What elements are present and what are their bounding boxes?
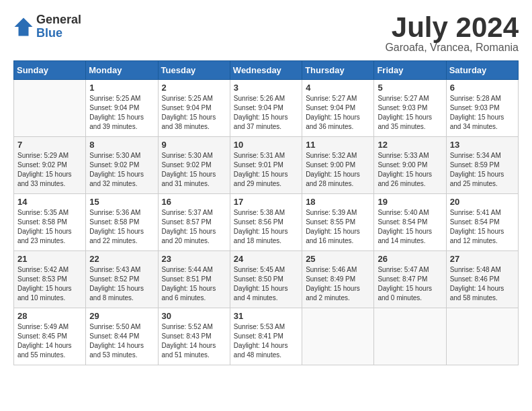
calendar-week-4: 21Sunrise: 5:42 AM Sunset: 8:53 PM Dayli… (14, 251, 519, 308)
calendar-cell: 21Sunrise: 5:42 AM Sunset: 8:53 PM Dayli… (14, 251, 86, 308)
calendar-cell: 26Sunrise: 5:47 AM Sunset: 8:47 PM Dayli… (374, 251, 446, 308)
day-number: 9 (162, 140, 226, 150)
col-header-sunday: Sunday (14, 61, 86, 80)
day-info: Sunrise: 5:27 AM Sunset: 9:04 PM Dayligh… (306, 94, 370, 132)
calendar-cell: 19Sunrise: 5:40 AM Sunset: 8:54 PM Dayli… (374, 194, 446, 251)
day-info: Sunrise: 5:35 AM Sunset: 8:58 PM Dayligh… (17, 208, 82, 246)
page-header: General Blue July 2024 Garoafa, Vrancea,… (13, 13, 519, 54)
day-number: 14 (17, 197, 82, 207)
day-info: Sunrise: 5:33 AM Sunset: 9:00 PM Dayligh… (378, 151, 442, 189)
day-number: 17 (234, 197, 298, 207)
day-info: Sunrise: 5:50 AM Sunset: 8:44 PM Dayligh… (89, 322, 154, 360)
day-info: Sunrise: 5:25 AM Sunset: 9:04 PM Dayligh… (162, 94, 226, 132)
day-info: Sunrise: 5:53 AM Sunset: 8:41 PM Dayligh… (234, 322, 298, 360)
calendar-cell: 7Sunrise: 5:29 AM Sunset: 9:02 PM Daylig… (14, 137, 86, 194)
calendar-week-5: 28Sunrise: 5:49 AM Sunset: 8:45 PM Dayli… (14, 308, 519, 365)
day-info: Sunrise: 5:39 AM Sunset: 8:55 PM Dayligh… (306, 208, 370, 246)
day-number: 6 (450, 83, 515, 93)
day-info: Sunrise: 5:27 AM Sunset: 9:03 PM Dayligh… (378, 94, 442, 132)
calendar-cell: 24Sunrise: 5:45 AM Sunset: 8:50 PM Dayli… (230, 251, 302, 308)
day-number: 25 (306, 254, 370, 264)
calendar-cell: 11Sunrise: 5:32 AM Sunset: 9:00 PM Dayli… (302, 137, 374, 194)
day-number: 23 (162, 254, 226, 264)
calendar-cell: 27Sunrise: 5:48 AM Sunset: 8:46 PM Dayli… (446, 251, 518, 308)
day-number: 27 (450, 254, 515, 264)
day-info: Sunrise: 5:31 AM Sunset: 9:01 PM Dayligh… (234, 151, 298, 189)
calendar-table: SundayMondayTuesdayWednesdayThursdayFrid… (13, 60, 519, 365)
day-number: 7 (17, 140, 82, 150)
calendar-cell: 8Sunrise: 5:30 AM Sunset: 9:02 PM Daylig… (86, 137, 158, 194)
col-header-saturday: Saturday (446, 61, 518, 80)
calendar-cell: 3Sunrise: 5:26 AM Sunset: 9:04 PM Daylig… (230, 80, 302, 137)
header-row: SundayMondayTuesdayWednesdayThursdayFrid… (14, 61, 519, 80)
calendar-cell: 10Sunrise: 5:31 AM Sunset: 9:01 PM Dayli… (230, 137, 302, 194)
calendar-cell (374, 308, 446, 365)
col-header-thursday: Thursday (302, 61, 374, 80)
day-info: Sunrise: 5:49 AM Sunset: 8:45 PM Dayligh… (17, 322, 82, 360)
day-number: 15 (89, 197, 154, 207)
day-number: 24 (234, 254, 298, 264)
day-number: 16 (162, 197, 226, 207)
calendar-week-1: 1Sunrise: 5:25 AM Sunset: 9:04 PM Daylig… (14, 80, 519, 137)
day-number: 29 (89, 311, 154, 321)
calendar-cell: 9Sunrise: 5:30 AM Sunset: 9:02 PM Daylig… (158, 137, 230, 194)
calendar-cell: 22Sunrise: 5:43 AM Sunset: 8:52 PM Dayli… (86, 251, 158, 308)
day-info: Sunrise: 5:28 AM Sunset: 9:03 PM Dayligh… (450, 94, 515, 132)
day-info: Sunrise: 5:37 AM Sunset: 8:57 PM Dayligh… (162, 208, 226, 246)
day-info: Sunrise: 5:43 AM Sunset: 8:52 PM Dayligh… (89, 265, 154, 303)
calendar-cell: 18Sunrise: 5:39 AM Sunset: 8:55 PM Dayli… (302, 194, 374, 251)
col-header-tuesday: Tuesday (158, 61, 230, 80)
day-number: 5 (378, 83, 442, 93)
day-number: 18 (306, 197, 370, 207)
calendar-cell: 17Sunrise: 5:38 AM Sunset: 8:56 PM Dayli… (230, 194, 302, 251)
calendar-cell: 29Sunrise: 5:50 AM Sunset: 8:44 PM Dayli… (86, 308, 158, 365)
day-info: Sunrise: 5:32 AM Sunset: 9:00 PM Dayligh… (306, 151, 370, 189)
calendar-cell: 4Sunrise: 5:27 AM Sunset: 9:04 PM Daylig… (302, 80, 374, 137)
day-info: Sunrise: 5:34 AM Sunset: 8:59 PM Dayligh… (450, 151, 515, 189)
calendar-cell: 5Sunrise: 5:27 AM Sunset: 9:03 PM Daylig… (374, 80, 446, 137)
calendar-cell (302, 308, 374, 365)
svg-marker-0 (15, 17, 33, 36)
calendar-week-2: 7Sunrise: 5:29 AM Sunset: 9:02 PM Daylig… (14, 137, 519, 194)
day-info: Sunrise: 5:46 AM Sunset: 8:49 PM Dayligh… (306, 265, 370, 303)
calendar-cell: 23Sunrise: 5:44 AM Sunset: 8:51 PM Dayli… (158, 251, 230, 308)
calendar-cell: 30Sunrise: 5:52 AM Sunset: 8:43 PM Dayli… (158, 308, 230, 365)
day-info: Sunrise: 5:29 AM Sunset: 9:02 PM Dayligh… (17, 151, 82, 189)
day-info: Sunrise: 5:36 AM Sunset: 8:58 PM Dayligh… (89, 208, 154, 246)
day-info: Sunrise: 5:30 AM Sunset: 9:02 PM Dayligh… (162, 151, 226, 189)
day-number: 30 (162, 311, 226, 321)
calendar-cell: 1Sunrise: 5:25 AM Sunset: 9:04 PM Daylig… (86, 80, 158, 137)
day-info: Sunrise: 5:38 AM Sunset: 8:56 PM Dayligh… (234, 208, 298, 246)
day-info: Sunrise: 5:47 AM Sunset: 8:47 PM Dayligh… (378, 265, 442, 303)
day-number: 3 (234, 83, 298, 93)
col-header-friday: Friday (374, 61, 446, 80)
day-number: 4 (306, 83, 370, 93)
calendar-cell: 20Sunrise: 5:41 AM Sunset: 8:54 PM Dayli… (446, 194, 518, 251)
calendar-cell: 28Sunrise: 5:49 AM Sunset: 8:45 PM Dayli… (14, 308, 86, 365)
day-number: 26 (378, 254, 442, 264)
day-number: 13 (450, 140, 515, 150)
day-number: 2 (162, 83, 226, 93)
day-number: 20 (450, 197, 515, 207)
calendar-header: SundayMondayTuesdayWednesdayThursdayFrid… (14, 61, 519, 80)
day-number: 8 (89, 140, 154, 150)
day-info: Sunrise: 5:48 AM Sunset: 8:46 PM Dayligh… (450, 265, 515, 303)
day-info: Sunrise: 5:30 AM Sunset: 9:02 PM Dayligh… (89, 151, 154, 189)
calendar-cell: 25Sunrise: 5:46 AM Sunset: 8:49 PM Dayli… (302, 251, 374, 308)
day-number: 21 (17, 254, 82, 264)
month-title: July 2024 (385, 13, 519, 42)
calendar-cell: 15Sunrise: 5:36 AM Sunset: 8:58 PM Dayli… (86, 194, 158, 251)
logo: General Blue (13, 13, 81, 40)
calendar-week-3: 14Sunrise: 5:35 AM Sunset: 8:58 PM Dayli… (14, 194, 519, 251)
day-number: 11 (306, 140, 370, 150)
day-info: Sunrise: 5:26 AM Sunset: 9:04 PM Dayligh… (234, 94, 298, 132)
calendar-cell: 31Sunrise: 5:53 AM Sunset: 8:41 PM Dayli… (230, 308, 302, 365)
title-block: July 2024 Garoafa, Vrancea, Romania (385, 13, 519, 54)
calendar-cell: 12Sunrise: 5:33 AM Sunset: 9:00 PM Dayli… (374, 137, 446, 194)
day-number: 12 (378, 140, 442, 150)
day-number: 28 (17, 311, 82, 321)
day-number: 10 (234, 140, 298, 150)
calendar-cell (14, 80, 86, 137)
day-info: Sunrise: 5:52 AM Sunset: 8:43 PM Dayligh… (162, 322, 226, 360)
day-info: Sunrise: 5:42 AM Sunset: 8:53 PM Dayligh… (17, 265, 82, 303)
